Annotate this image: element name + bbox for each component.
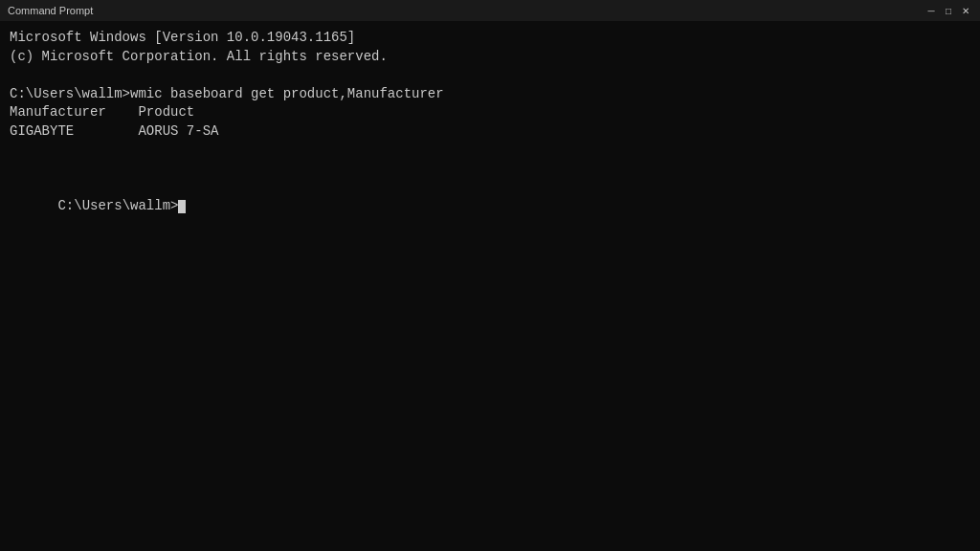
minimize-button[interactable]: ─ [924, 4, 938, 17]
window-controls: ─ □ ✕ [924, 4, 972, 17]
title-bar: Command Prompt ─ □ ✕ [0, 0, 980, 21]
maximize-button[interactable]: □ [942, 4, 955, 17]
command-line: C:\Users\wallm>wmic baseboard get produc… [10, 85, 970, 104]
console-output[interactable]: Microsoft Windows [Version 10.0.19043.11… [0, 21, 980, 551]
window-title: Command Prompt [8, 5, 93, 16]
cmd-window: Command Prompt ─ □ ✕ Microsoft Windows [… [0, 0, 980, 551]
output-line-2: (c) Microsoft Corporation. All rights re… [10, 48, 970, 67]
blank-line-1 [10, 66, 970, 85]
cursor-blink [178, 200, 186, 213]
data-line: GIGABYTE AORUS 7-SA [10, 122, 970, 142]
blank-line-3 [10, 160, 970, 179]
output-line-1: Microsoft Windows [Version 10.0.19043.11… [10, 29, 970, 48]
blank-line-2 [10, 142, 970, 161]
close-button[interactable]: ✕ [959, 4, 972, 17]
header-line: Manufacturer Product [10, 103, 970, 122]
prompt-line: C:\Users\wallm> [10, 179, 970, 235]
